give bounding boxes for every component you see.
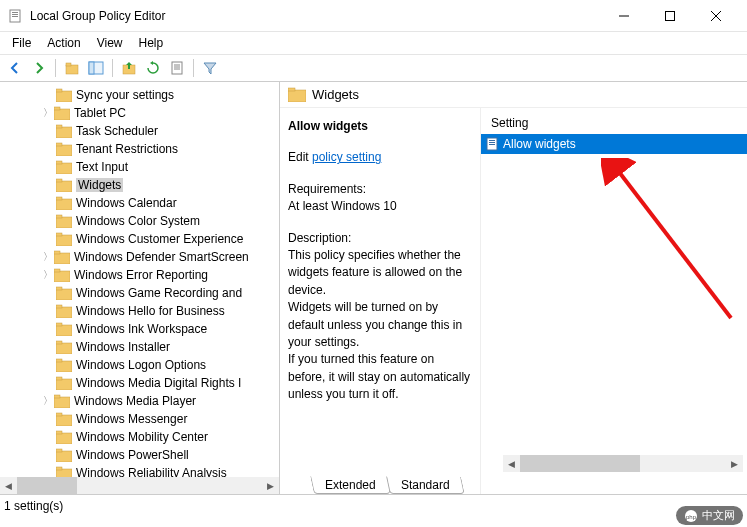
refresh-button[interactable]	[142, 57, 164, 79]
tree-item[interactable]: Sync your settings	[0, 86, 279, 104]
folder-icon	[56, 196, 72, 210]
svg-rect-46	[56, 341, 62, 344]
export-button[interactable]	[118, 57, 140, 79]
show-tree-button[interactable]	[85, 57, 107, 79]
menu-file[interactable]: File	[4, 34, 39, 52]
tree-item-label: Windows PowerShell	[76, 448, 189, 462]
tree-item[interactable]: 〉Windows Defender SmartScreen	[0, 248, 279, 266]
folder-icon	[56, 160, 72, 174]
tree-item[interactable]: 〉Windows Error Reporting	[0, 266, 279, 284]
menu-help[interactable]: Help	[131, 34, 172, 52]
scroll-thumb[interactable]	[520, 455, 640, 472]
tree-item[interactable]: 〉Tablet PC	[0, 104, 279, 122]
detail-pane: Allow widgets Edit policy setting Requir…	[280, 108, 480, 494]
toolbar	[0, 54, 747, 82]
tree-item[interactable]: Text Input	[0, 158, 279, 176]
expand-arrow-icon[interactable]: 〉	[42, 106, 54, 120]
expand-arrow-icon[interactable]: 〉	[42, 394, 54, 408]
tree-item[interactable]: Task Scheduler	[0, 122, 279, 140]
description-text: This policy specifies whether the widget…	[288, 247, 472, 404]
svg-rect-25	[56, 163, 72, 174]
toolbar-divider	[193, 59, 194, 77]
tree-item[interactable]: Windows Color System	[0, 212, 279, 230]
expand-arrow-icon[interactable]: 〉	[42, 250, 54, 264]
tree-item-label: Windows Media Digital Rights I	[76, 376, 241, 390]
svg-rect-24	[56, 143, 62, 146]
menu-action[interactable]: Action	[39, 34, 88, 52]
toolbar-divider	[112, 59, 113, 77]
filter-button[interactable]	[199, 57, 221, 79]
tree-item-label: Windows Messenger	[76, 412, 187, 426]
menu-view[interactable]: View	[89, 34, 131, 52]
properties-button[interactable]	[166, 57, 188, 79]
svg-rect-60	[56, 467, 62, 470]
tree-item-label: Windows Logon Options	[76, 358, 206, 372]
requirements-label: Requirements:	[288, 181, 472, 198]
folder-icon	[56, 430, 72, 444]
tab-standard[interactable]: Standard	[386, 477, 464, 494]
svg-rect-28	[56, 179, 62, 182]
main-area: Sync your settings〉Tablet PCTask Schedul…	[0, 82, 747, 494]
tree-item-label: Windows Game Recording and	[76, 286, 242, 300]
svg-rect-20	[54, 107, 60, 110]
tree-item[interactable]: Windows Ink Workspace	[0, 320, 279, 338]
scroll-thumb[interactable]	[17, 477, 77, 494]
scroll-left-arrow[interactable]: ◀	[503, 455, 520, 472]
content-horizontal-scrollbar[interactable]: ◀ ▶	[503, 455, 743, 472]
svg-rect-57	[56, 451, 72, 462]
svg-rect-21	[56, 127, 72, 138]
tree-item[interactable]: Windows Mobility Center	[0, 428, 279, 446]
scroll-right-arrow[interactable]: ▶	[262, 477, 279, 494]
scroll-right-arrow[interactable]: ▶	[726, 455, 743, 472]
svg-rect-48	[56, 359, 62, 362]
folder-icon	[56, 232, 72, 246]
tree-item[interactable]: Windows Customer Experience	[0, 230, 279, 248]
tree-item[interactable]: Windows PowerShell	[0, 446, 279, 464]
tree-item[interactable]: Windows Game Recording and	[0, 284, 279, 302]
svg-rect-3	[12, 16, 18, 17]
statusbar-text: 1 setting(s)	[4, 499, 63, 513]
tree-item[interactable]: Tenant Restrictions	[0, 140, 279, 158]
svg-rect-33	[56, 235, 72, 246]
description-label: Description:	[288, 230, 472, 247]
edit-policy-link[interactable]: policy setting	[312, 150, 381, 164]
maximize-button[interactable]	[647, 0, 693, 32]
expand-arrow-icon[interactable]: 〉	[42, 268, 54, 282]
tree-item[interactable]: Widgets	[0, 176, 279, 194]
settings-row-allow-widgets[interactable]: Allow widgets	[481, 134, 747, 154]
svg-rect-27	[56, 181, 72, 192]
svg-rect-42	[56, 305, 62, 308]
tree-item[interactable]: Windows Logon Options	[0, 356, 279, 374]
tree-item[interactable]: Windows Reliability Analysis	[0, 464, 279, 478]
tree-item[interactable]: Windows Media Digital Rights I	[0, 374, 279, 392]
minimize-button[interactable]	[601, 0, 647, 32]
forward-button[interactable]	[28, 57, 50, 79]
svg-rect-62	[288, 88, 295, 91]
tree-item[interactable]: Windows Hello for Business	[0, 302, 279, 320]
svg-rect-55	[56, 433, 72, 444]
svg-rect-39	[56, 289, 72, 300]
svg-rect-29	[56, 199, 72, 210]
content-body: Allow widgets Edit policy setting Requir…	[280, 108, 747, 494]
tree-item[interactable]: 〉Windows Media Player	[0, 392, 279, 410]
app-icon	[8, 8, 24, 24]
close-button[interactable]	[693, 0, 739, 32]
svg-rect-8	[66, 65, 78, 74]
scroll-left-arrow[interactable]: ◀	[0, 477, 17, 494]
tree-horizontal-scrollbar[interactable]: ◀ ▶	[0, 477, 279, 494]
folder-icon	[288, 87, 306, 102]
tree-item[interactable]: Windows Installer	[0, 338, 279, 356]
svg-rect-19	[54, 109, 70, 120]
settings-column-header[interactable]: Setting	[481, 108, 747, 134]
folder-icon	[56, 322, 72, 336]
view-tabs: Extended Standard	[280, 473, 747, 494]
tree-item-label: Sync your settings	[76, 88, 174, 102]
back-button[interactable]	[4, 57, 26, 79]
tree-item[interactable]: Windows Calendar	[0, 194, 279, 212]
tree-list[interactable]: Sync your settings〉Tablet PCTask Schedul…	[0, 86, 279, 478]
tree-item-label: Windows Customer Experience	[76, 232, 243, 246]
tab-extended[interactable]: Extended	[310, 476, 391, 494]
up-button[interactable]	[61, 57, 83, 79]
tree-item[interactable]: Windows Messenger	[0, 410, 279, 428]
tree-item-label: Widgets	[76, 178, 123, 192]
